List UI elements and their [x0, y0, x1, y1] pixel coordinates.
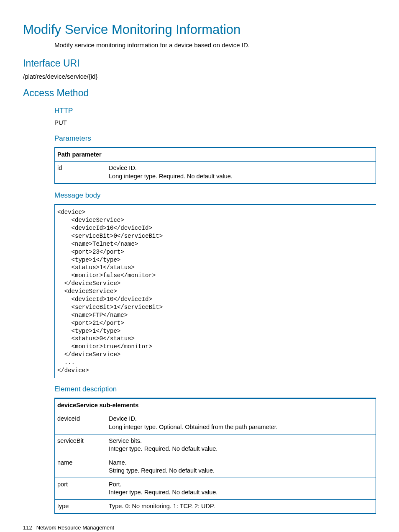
elem-desc-line2: Integer type. Required. No default value…: [109, 489, 217, 496]
sub-elements-table: deviceService sub-elements deviceId Devi…: [54, 398, 376, 514]
elem-desc-line1: Name.: [109, 459, 127, 466]
interface-uri-heading: Interface URI: [23, 57, 376, 70]
intro-text: Modify service monitoring information fo…: [54, 41, 376, 49]
elem-desc: Port. Integer type. Required. No default…: [106, 478, 376, 499]
table-row: name Name. String type. Required. No def…: [55, 456, 376, 478]
access-method-heading: Access Method: [23, 87, 376, 100]
elem-desc-line1: Type. 0: No monitoring. 1: TCP. 2: UDP.: [109, 503, 215, 509]
path-parameter-table: Path parameter id Device ID. Long intege…: [54, 147, 376, 185]
table-row: port Port. Integer type. Required. No de…: [55, 478, 376, 499]
elem-desc: Service bits. Integer type. Required. No…: [106, 434, 376, 456]
elem-name: deviceId: [55, 412, 106, 434]
chapter-name: Network Resource Management: [36, 524, 114, 531]
table-row: deviceId Device ID. Long integer type. O…: [55, 412, 376, 434]
sub-elements-header: deviceService sub-elements: [55, 398, 376, 412]
message-body-code: <device> <deviceService> <deviceId>10</d…: [54, 204, 376, 378]
param-desc: Device ID. Long integer type. Required. …: [106, 162, 376, 184]
param-desc-line1: Device ID.: [109, 164, 137, 171]
element-description-heading: Element description: [54, 385, 376, 394]
elem-desc: Type. 0: No monitoring. 1: TCP. 2: UDP.: [106, 499, 376, 514]
page-title: Modify Service Monitoring Information: [23, 21, 376, 39]
http-heading: HTTP: [54, 106, 376, 116]
http-method: PUT: [54, 118, 376, 127]
table-row: serviceBit Service bits. Integer type. R…: [55, 434, 376, 456]
param-name: id: [55, 162, 106, 184]
elem-name: serviceBit: [55, 434, 106, 456]
table-row: type Type. 0: No monitoring. 1: TCP. 2: …: [55, 499, 376, 514]
elem-desc-line2: String type. Required. No default value.: [109, 467, 215, 474]
elem-name: name: [55, 456, 106, 478]
elem-desc-line2: Long integer type. Optional. Obtained fr…: [109, 424, 278, 430]
page-footer: 112 Network Resource Management: [23, 524, 376, 532]
param-desc-line2: Long integer type. Required. No default …: [109, 173, 233, 180]
parameters-heading: Parameters: [54, 134, 376, 144]
elem-desc-line2: Integer type. Required. No default value…: [109, 445, 217, 452]
path-parameter-header: Path parameter: [55, 147, 376, 162]
elem-desc-line1: Service bits.: [109, 437, 142, 444]
message-body-heading: Message body: [54, 191, 376, 200]
elem-desc-line1: Port.: [109, 481, 122, 488]
page-number: 112: [23, 524, 35, 532]
elem-desc: Device ID. Long integer type. Optional. …: [106, 412, 376, 434]
elem-name: type: [55, 499, 106, 514]
elem-desc: Name. String type. Required. No default …: [106, 456, 376, 478]
table-row: id Device ID. Long integer type. Require…: [55, 162, 376, 184]
interface-uri-value: /plat/res/device/service/{id}: [23, 72, 376, 81]
elem-desc-line1: Device ID.: [109, 415, 137, 422]
elem-name: port: [55, 478, 106, 499]
